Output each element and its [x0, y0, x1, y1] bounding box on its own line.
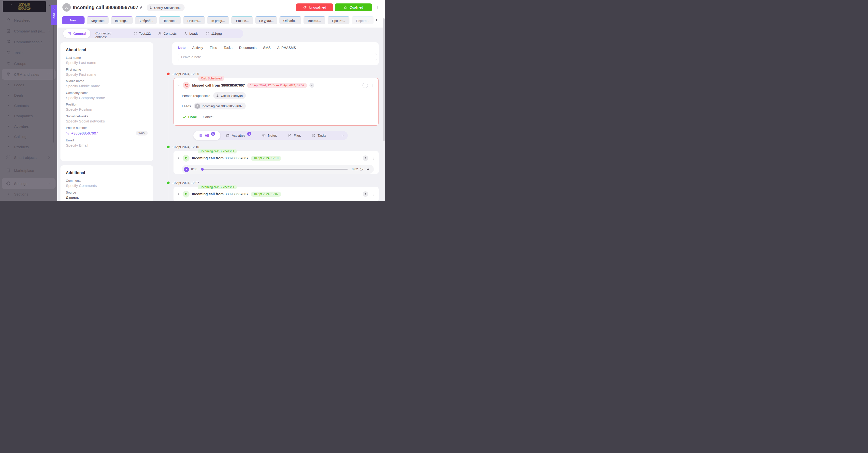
sidebar-scrollbar[interactable] — [53, 25, 54, 143]
pipeline-stage[interactable]: Не удал... — [255, 16, 277, 24]
activity-kebab-menu-icon[interactable] — [371, 156, 375, 161]
activity-kebab-menu-icon[interactable] — [371, 83, 375, 88]
sidebar-item-crm-and-sales[interactable]: CRM and sales — [2, 69, 56, 80]
smart-icon — [134, 32, 137, 35]
pipeline-stage[interactable]: In progr... — [111, 16, 133, 24]
sidebar-item-sections[interactable]: Sections — [0, 189, 57, 199]
composer-tab-alphasms[interactable]: ALPHASMS — [277, 46, 296, 50]
sidebar-item-newsfeed[interactable]: Newsfeed — [0, 15, 57, 26]
entity-chip-leads[interactable]: Leads — [184, 32, 198, 35]
sidebar-item-deals[interactable]: Deals — [0, 90, 57, 100]
sidebar-item-marketplace[interactable]: Marketplace — [0, 165, 57, 176]
note-input[interactable] — [178, 53, 377, 61]
workspace-logo[interactable]: STARWARS — [3, 1, 46, 12]
person-responsible-chip[interactable]: Oleksii Siedykh — [213, 92, 246, 99]
sidebar-item-smart-objects[interactable]: Smart objects — [0, 152, 57, 163]
pipeline-stage[interactable]: Переше... — [159, 16, 181, 24]
sidebar-item-contacts[interactable]: Contacts — [0, 100, 57, 111]
sidebar-item-call-log[interactable]: Call log — [0, 131, 57, 142]
page-scrollbar[interactable] — [383, 18, 384, 141]
pipeline-stage[interactable]: Назнач... — [183, 16, 205, 24]
phone-link[interactable]: +380938567607 — [66, 131, 98, 135]
filter-files[interactable]: Files — [282, 131, 306, 140]
pipeline-stage[interactable]: Восста... — [304, 16, 326, 24]
field-placeholder[interactable]: Specify Last name — [66, 60, 148, 65]
workspace-logo-text: STARWARS — [18, 3, 30, 10]
filter-all[interactable]: All5 — [193, 131, 220, 140]
activity-avatar[interactable] — [363, 191, 368, 197]
activity-avatar[interactable] — [363, 155, 368, 161]
lead-drawer-tab[interactable]: Lead — [51, 5, 57, 25]
composer-tab-tasks[interactable]: Tasks — [224, 46, 232, 50]
lead-chip[interactable]: Incoming call 380938567607 — [194, 103, 246, 109]
entity-chip-111ggg[interactable]: 111ggg — [206, 32, 222, 35]
sidebar-item-groups[interactable]: Groups — [0, 58, 57, 69]
done-button[interactable]: Done — [183, 115, 197, 119]
activity-avatar[interactable] — [363, 83, 368, 88]
stages-scroll-right-icon[interactable] — [374, 18, 378, 22]
field-placeholder[interactable]: Specify Comments — [66, 183, 148, 188]
pipeline-stage[interactable]: Обрабо... — [279, 16, 301, 24]
chevron-right-icon[interactable] — [177, 157, 180, 160]
bullet-icon — [8, 126, 9, 127]
sidebar-item-communication-c[interactable]: Communication c... — [0, 36, 57, 47]
qualified-button[interactable]: Qualified — [335, 3, 372, 11]
composer-tab-note[interactable]: Note — [178, 46, 186, 50]
sidebar-item-companies[interactable]: Companies — [0, 111, 57, 121]
pipeline-stage[interactable]: New — [62, 16, 85, 24]
field-value[interactable]: Дзвінок — [66, 195, 148, 199]
timeline-entry: 10 Apr 2024, 12:10 Incoming call: Succes… — [165, 145, 379, 174]
field-placeholder[interactable]: Specify Email — [66, 143, 148, 147]
chevron-down-icon[interactable] — [177, 84, 180, 87]
sidebar-item-activities[interactable]: Activities — [0, 121, 57, 131]
leads-label: Leads — [182, 104, 191, 108]
copy-link-icon[interactable] — [139, 5, 143, 9]
bullet-icon — [8, 95, 9, 96]
filter-tasks[interactable]: Tasks — [306, 131, 332, 140]
play-button[interactable] — [184, 167, 189, 172]
details-icon[interactable] — [309, 83, 314, 88]
field-placeholder[interactable]: Specify Company name — [66, 96, 148, 100]
owner-chip[interactable]: Olexiy Shevchenko — [147, 4, 185, 11]
audio-progress-track[interactable] — [201, 169, 347, 170]
field-placeholder[interactable]: Specify Middle name — [66, 84, 148, 88]
field-placeholder[interactable]: Specify First name — [66, 72, 148, 77]
close-icon[interactable] — [52, 7, 56, 10]
composer-tab-sms[interactable]: SMS — [263, 46, 271, 50]
header-kebab-menu-icon[interactable] — [376, 5, 380, 10]
filter-activities[interactable]: Activities1 — [220, 131, 256, 140]
field-placeholder[interactable]: Specify Position — [66, 107, 148, 111]
composer-tab-documents[interactable]: Documents — [239, 46, 256, 50]
cancel-button[interactable]: Cancel — [203, 115, 214, 119]
playback-rate-button[interactable]: 1× — [360, 168, 364, 171]
activity-kebab-menu-icon[interactable] — [371, 192, 375, 197]
audio-progress-knob[interactable] — [201, 168, 204, 171]
sidebar-item-company-and-pe[interactable]: Company and pe... — [0, 26, 57, 36]
filter-notes[interactable]: Notes — [256, 131, 282, 140]
field-placeholder[interactable]: Specify Social networks — [66, 119, 148, 123]
activity-timeline: 10 Apr 2024, 12:05 Call: Scheduled Misse… — [165, 72, 379, 201]
sidebar-item-settings[interactable]: Settings — [2, 178, 56, 189]
pipeline-stage[interactable]: Negotiate — [87, 16, 108, 24]
pipeline-stage[interactable]: Прочит... — [328, 16, 349, 24]
pipeline-stage[interactable]: В обраб... — [135, 16, 157, 24]
filter-chevron-down-icon[interactable] — [341, 134, 344, 137]
sidebar-item-products[interactable]: Products — [0, 142, 57, 152]
pipeline-stage[interactable]: Уточне... — [231, 16, 253, 24]
owner-name: Olexiy Shevchenko — [154, 6, 181, 9]
pipeline-stage[interactable]: In progr... — [207, 16, 229, 24]
pipeline-stage[interactable]: Перего... — [352, 16, 374, 24]
tab-general[interactable]: General — [63, 29, 90, 38]
composer-tab-files[interactable]: Files — [210, 46, 217, 50]
person-icon — [364, 193, 367, 196]
volume-icon[interactable] — [366, 167, 370, 171]
composer-tab-activity[interactable]: Activity — [192, 46, 203, 50]
field-source: SourceДзвінок — [66, 191, 148, 199]
play-icon — [185, 168, 188, 171]
sidebar-item-tasks[interactable]: Tasks — [0, 47, 57, 58]
entity-chip-test122[interactable]: Test122 — [134, 32, 151, 35]
sidebar-item-leads[interactable]: Leads — [0, 80, 57, 90]
chevron-right-icon[interactable] — [177, 192, 180, 196]
entity-chip-contacts[interactable]: Contacts — [158, 32, 177, 35]
unqualified-button[interactable]: Unqualified — [296, 3, 333, 11]
